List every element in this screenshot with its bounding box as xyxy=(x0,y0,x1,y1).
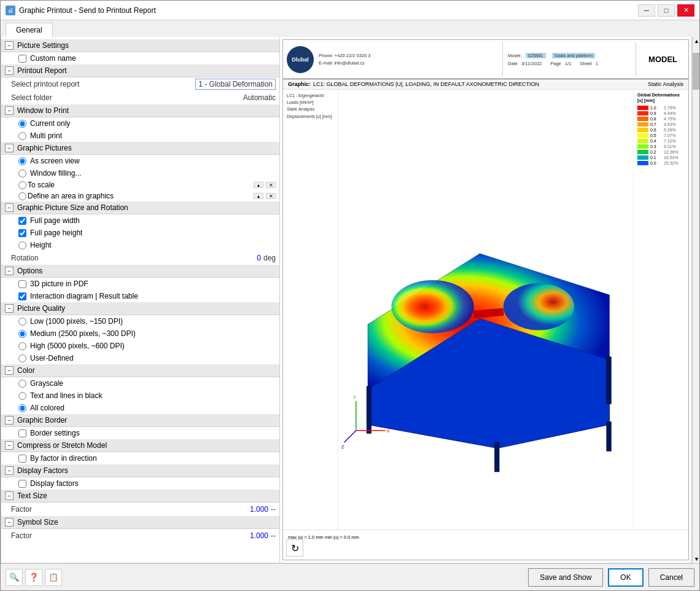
full-page-width-checkbox[interactable] xyxy=(18,217,26,225)
svg-point-2 xyxy=(504,283,574,331)
all-colored-radio[interactable] xyxy=(18,404,26,412)
cancel-button[interactable]: Cancel xyxy=(648,568,694,587)
to-scale-x[interactable]: ✕ xyxy=(266,182,276,188)
toggle-graphic-border[interactable]: − xyxy=(5,416,14,425)
ok-button[interactable]: OK xyxy=(608,568,643,587)
deformation-svg: Y X Z xyxy=(338,90,633,530)
define-area-radio[interactable] xyxy=(18,192,26,200)
legend-panel: Global Deformations[u] [mm] 1.0 2.79% 0.… xyxy=(633,90,688,530)
display-factors-label: Display factors xyxy=(30,479,79,488)
section-printout-report[interactable]: − Printout Report xyxy=(1,65,279,77)
toggle-graphic-size[interactable]: − xyxy=(5,203,14,212)
section-display-factors[interactable]: − Display Factors xyxy=(1,464,279,477)
define-area-x[interactable]: ✕ xyxy=(266,193,276,199)
interaction-diagram-checkbox[interactable] xyxy=(18,292,26,300)
preview-scrollbar[interactable]: ▲ ▼ xyxy=(692,37,699,563)
info-line-1: Loads [kN/m²] xyxy=(287,99,334,106)
quality-high-row: High (5000 pixels, ~600 DPI) xyxy=(1,340,279,352)
maximize-button[interactable]: □ xyxy=(658,4,675,17)
search-button[interactable]: 🔍 xyxy=(6,569,23,586)
grayscale-row: Grayscale xyxy=(1,377,279,389)
quality-user-radio[interactable] xyxy=(18,354,26,362)
section-graphic-pictures[interactable]: − Graphic Pictures xyxy=(1,142,279,155)
display-factors-checkbox[interactable] xyxy=(18,480,26,488)
company-info: Phone: +420 22/2 0320 3 E-mail: info@dlu… xyxy=(319,52,370,66)
section-label-graphic-pictures: Graphic Pictures xyxy=(17,144,72,152)
window-filling-radio[interactable] xyxy=(18,170,26,178)
as-screen-view-radio[interactable] xyxy=(18,157,26,165)
model-info-section: Model: 025881 Slabs and platform Date 3/… xyxy=(508,42,631,76)
section-label-compress-stretch: Compress or Stretch Model xyxy=(17,441,107,450)
legend-item: 0.5 7.07% xyxy=(637,133,685,138)
toggle-picture-settings[interactable]: − xyxy=(5,41,14,50)
window-controls: ─ □ ✕ xyxy=(638,4,694,17)
to-scale-up[interactable]: ▲ xyxy=(254,182,263,188)
current-only-radio[interactable] xyxy=(18,120,26,128)
scrollbar-thumb[interactable] xyxy=(693,53,699,90)
custom-name-checkbox[interactable] xyxy=(18,55,26,63)
toggle-text-size[interactable]: − xyxy=(5,491,14,500)
toggle-options[interactable]: − xyxy=(5,267,14,275)
section-label-window-to-print: Window to Print xyxy=(17,106,69,115)
multi-print-radio[interactable] xyxy=(18,132,26,140)
3d-pdf-checkbox[interactable] xyxy=(18,280,26,288)
legend-item: 0.1 16.53% xyxy=(637,155,685,160)
interaction-diagram-label: Interaction diagram | Result table xyxy=(30,292,138,300)
legend-item: 0.0 25.32% xyxy=(637,161,685,165)
symbol-size-factor-row: Factor 1.000 -- xyxy=(1,529,279,542)
section-compress-stretch[interactable]: − Compress or Stretch Model xyxy=(1,439,279,452)
scrollbar-down[interactable]: ▼ xyxy=(693,555,699,563)
full-page-height-checkbox[interactable] xyxy=(18,229,26,237)
minimize-button[interactable]: ─ xyxy=(638,4,655,17)
footer-left-buttons: 🔍 ❓ 📋 xyxy=(6,569,62,586)
scrollbar-up[interactable]: ▲ xyxy=(693,37,699,45)
quality-low-radio[interactable] xyxy=(18,318,26,326)
section-options[interactable]: − Options xyxy=(1,265,279,278)
by-factor-row: By factor in direction xyxy=(1,452,279,464)
section-color[interactable]: − Color xyxy=(1,364,279,377)
toggle-window-to-print[interactable]: − xyxy=(5,106,14,115)
quality-user-label: User-Defined xyxy=(30,354,74,362)
border-settings-checkbox[interactable] xyxy=(18,429,26,437)
section-label-color: Color xyxy=(17,366,35,375)
section-graphic-size[interactable]: − Graphic Picture Size and Rotation xyxy=(1,202,279,214)
printout-report-dropdown[interactable]: 1 - Global Deformation xyxy=(195,79,276,90)
to-scale-radio[interactable] xyxy=(18,181,26,189)
toggle-compress-stretch[interactable]: − xyxy=(5,441,14,450)
quality-medium-radio[interactable] xyxy=(18,330,26,338)
by-factor-checkbox[interactable] xyxy=(18,455,26,463)
section-window-to-print[interactable]: − Window to Print xyxy=(1,104,279,117)
text-lines-black-radio[interactable] xyxy=(18,392,26,400)
toggle-graphic-pictures[interactable]: − xyxy=(5,144,14,152)
section-label-display-factors: Display Factors xyxy=(17,466,68,475)
close-button[interactable]: ✕ xyxy=(677,4,694,17)
select-printout-row: Select printout report 1 - Global Deform… xyxy=(1,77,279,91)
section-picture-quality[interactable]: − Picture Quality xyxy=(1,302,279,315)
model-label: Model: xyxy=(508,53,522,58)
info-button[interactable]: 📋 xyxy=(45,569,62,586)
height-row: Height xyxy=(1,239,279,251)
multi-print-row: Multi print xyxy=(1,130,279,142)
tab-general[interactable]: General xyxy=(6,23,53,37)
toggle-symbol-size[interactable]: − xyxy=(5,518,14,526)
section-text-size[interactable]: − Text Size xyxy=(1,490,279,503)
toggle-display-factors[interactable]: − xyxy=(5,466,14,475)
info-line-2: Static Analysis xyxy=(287,106,334,112)
quality-high-radio[interactable] xyxy=(18,342,26,350)
section-symbol-size[interactable]: − Symbol Size xyxy=(1,516,279,529)
3d-pdf-label: 3D picture in PDF xyxy=(30,280,88,288)
grayscale-radio[interactable] xyxy=(18,380,26,388)
toggle-color[interactable]: − xyxy=(5,366,14,375)
define-area-up[interactable]: ▲ xyxy=(254,193,263,199)
section-picture-settings[interactable]: − Picture Settings xyxy=(1,39,279,52)
to-scale-label: To scale xyxy=(28,181,55,189)
section-graphic-border[interactable]: − Graphic Border xyxy=(1,414,279,427)
company-email: E-mail: info@dlubal.cz xyxy=(319,60,370,66)
help-button[interactable]: ❓ xyxy=(25,569,42,586)
save-and-show-button[interactable]: Save and Show xyxy=(528,568,603,587)
refresh-button[interactable]: ↻ xyxy=(286,539,303,557)
title-bar: 🖨 Graphic Printout - Send to Printout Re… xyxy=(1,1,699,20)
toggle-printout-report[interactable]: − xyxy=(5,66,14,75)
height-radio[interactable] xyxy=(18,241,26,249)
toggle-picture-quality[interactable]: − xyxy=(5,304,14,313)
